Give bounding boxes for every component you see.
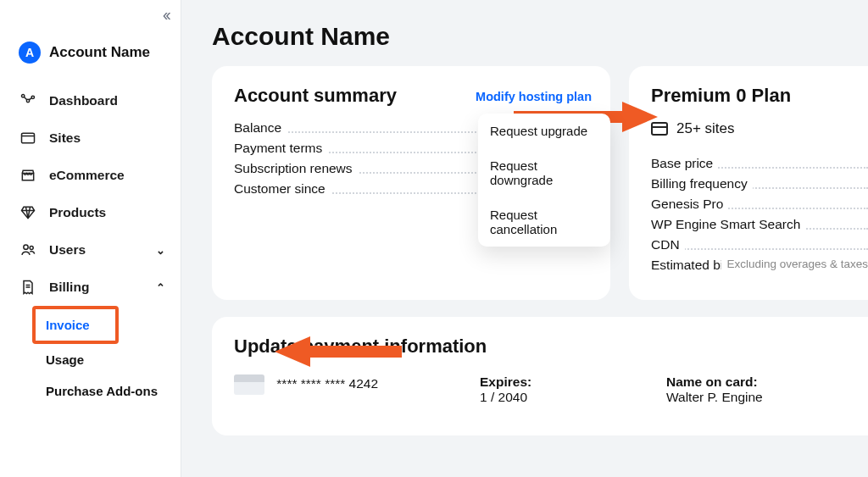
account-switcher[interactable]: A Account Name <box>0 25 181 82</box>
users-icon <box>19 241 37 258</box>
page-title: Account Name <box>212 22 868 51</box>
sidebar-collapse-toggle[interactable]: ‹‹ <box>0 0 181 25</box>
nav-label: Users <box>49 242 86 258</box>
nav-billing[interactable]: Billing ⌃ <box>0 269 181 306</box>
store-icon <box>19 167 37 184</box>
plan-sites-count: 25+ sites <box>676 120 735 137</box>
credit-card-icon <box>234 374 264 395</box>
modify-hosting-plan-link[interactable]: Modify hosting plan <box>476 90 592 103</box>
nav-label: eCommerce <box>49 168 125 183</box>
summary-balance-label: Balance <box>234 120 287 135</box>
nav-label: Sites <box>49 130 81 146</box>
plan-estimated-bill-note: Excluding overages & taxes <box>721 258 868 270</box>
expires-value: 1 / 2040 <box>480 390 607 405</box>
nav-products[interactable]: Products <box>0 194 181 231</box>
svg-point-1 <box>26 99 29 102</box>
payment-title: Update payment information <box>234 336 846 358</box>
chevron-down-icon: ⌄ <box>156 244 165 257</box>
svg-point-0 <box>22 95 25 97</box>
chevron-up-icon: ⌃ <box>156 281 165 294</box>
sites-icon <box>651 122 668 136</box>
menu-request-upgrade[interactable]: Request upgrade <box>478 114 610 148</box>
plan-title: Premium 0 Plan <box>651 85 868 107</box>
main-content: Account Name Account summary Modify host… <box>181 0 868 477</box>
nav-sites[interactable]: Sites <box>0 119 181 157</box>
summary-renews-label: Subscription renews <box>234 161 358 175</box>
summary-customer-since-label: Customer since <box>234 181 331 196</box>
nav-label: Billing <box>49 280 89 295</box>
expires-label: Expires: <box>480 374 607 390</box>
nav-label: Dashboard <box>49 93 118 108</box>
account-avatar: A <box>19 42 41 64</box>
name-on-card-label: Name on card: <box>666 374 793 390</box>
svg-point-4 <box>24 245 28 249</box>
sites-icon <box>19 130 37 147</box>
svg-rect-3 <box>22 133 35 143</box>
plan-base-price-label: Base price <box>651 156 718 170</box>
account-summary-card: Account summary Modify hosting plan Requ… <box>212 66 610 300</box>
nav-label: Products <box>49 205 106 220</box>
nav-users[interactable]: Users ⌄ <box>0 231 181 269</box>
plan-smart-search-label: WP Engine Smart Search <box>651 217 805 231</box>
subnav-invoice[interactable]: Invoice <box>32 306 119 344</box>
name-on-card-value: Walter P. Engine <box>666 390 793 405</box>
menu-request-downgrade[interactable]: Request downgrade <box>478 148 610 197</box>
svg-point-5 <box>30 247 33 250</box>
plan-genesis-label: Genesis Pro <box>651 197 728 211</box>
plan-cdn-label: CDN <box>651 237 685 252</box>
account-name: Account Name <box>49 44 150 61</box>
summary-payment-terms-label: Payment terms <box>234 141 327 155</box>
sidebar: ‹‹ A Account Name Dashboard Sites <box>0 0 181 477</box>
payment-info-card: Update payment information **** **** ***… <box>212 317 868 435</box>
dashboard-icon <box>19 92 37 109</box>
nav-dashboard[interactable]: Dashboard <box>0 82 181 119</box>
plan-card: Premium 0 Plan 25+ sites Base price Bill… <box>629 66 868 300</box>
card-number: **** **** **** 4242 <box>276 376 378 391</box>
diamond-icon <box>19 204 37 221</box>
invoice-icon <box>19 279 37 296</box>
plan-billing-frequency-label: Billing frequency <box>651 176 753 191</box>
menu-request-cancellation[interactable]: Request cancellation <box>478 197 610 247</box>
modify-plan-dropdown: Request upgrade Request downgrade Reques… <box>478 114 610 247</box>
nav-ecommerce[interactable]: eCommerce <box>0 157 181 194</box>
subnav-purchase-addons[interactable]: Purchase Add-ons <box>46 375 181 407</box>
subnav-usage[interactable]: Usage <box>46 344 181 375</box>
